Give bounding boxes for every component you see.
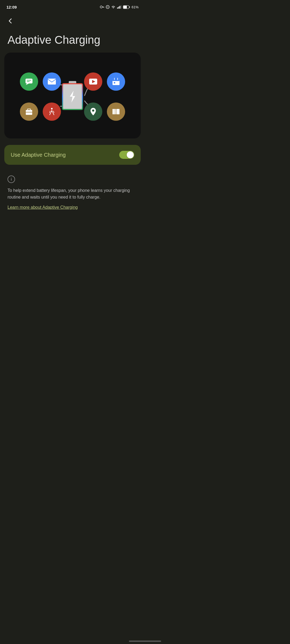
battery-percentage: 61%: [132, 5, 139, 9]
svg-rect-23: [113, 79, 119, 81]
svg-point-21: [51, 108, 53, 109]
svg-rect-8: [119, 6, 120, 9]
svg-rect-7: [118, 7, 119, 9]
back-button[interactable]: [0, 12, 145, 28]
page-title: Adaptive Charging: [0, 28, 145, 53]
adaptive-charging-toggle-row[interactable]: Use Adaptive Charging: [4, 145, 141, 165]
battery-illustration: [62, 81, 83, 110]
svg-rect-31: [116, 109, 119, 114]
svg-rect-6: [117, 8, 118, 9]
messages-icon: [20, 72, 38, 91]
toggle-thumb: [127, 151, 134, 158]
svg-rect-26: [114, 82, 115, 83]
svg-rect-13: [26, 79, 32, 83]
info-icon: i: [8, 175, 15, 183]
signal-icon: [117, 5, 121, 9]
wifi-icon: [111, 5, 115, 9]
svg-rect-9: [121, 5, 121, 9]
fitness-icon: [43, 103, 61, 121]
svg-marker-14: [26, 83, 29, 85]
battery-status-icon: [123, 5, 130, 9]
learn-more-link[interactable]: Learn more about Adaptive Charging: [8, 205, 78, 210]
status-bar: 12:09: [0, 0, 145, 12]
info-description: To help extend battery lifespan, your ph…: [8, 187, 137, 201]
status-time: 12:09: [6, 5, 17, 9]
key-icon: [100, 5, 104, 9]
svg-point-29: [92, 109, 94, 112]
info-section: i To help extend battery lifespan, your …: [0, 171, 145, 214]
mail-icon: [43, 72, 61, 91]
svg-rect-11: [129, 6, 130, 8]
lightning-bolt: [68, 90, 77, 103]
illustration-inner: [16, 61, 129, 130]
books-icon: [107, 103, 125, 121]
svg-rect-19: [27, 109, 31, 111]
dnd-icon: [106, 5, 110, 9]
travel-icon: [20, 103, 38, 121]
youtube-icon: [84, 72, 102, 91]
svg-rect-12: [123, 6, 127, 8]
svg-rect-17: [48, 79, 56, 85]
illustration-card: [4, 53, 141, 138]
svg-point-0: [100, 6, 102, 8]
calendar-icon: [107, 72, 125, 91]
status-icons: 61%: [100, 5, 139, 9]
toggle-switch[interactable]: [119, 151, 134, 159]
toggle-label: Use Adaptive Charging: [11, 152, 66, 158]
back-arrow-icon: [6, 17, 14, 25]
maps-icon: [84, 103, 102, 121]
